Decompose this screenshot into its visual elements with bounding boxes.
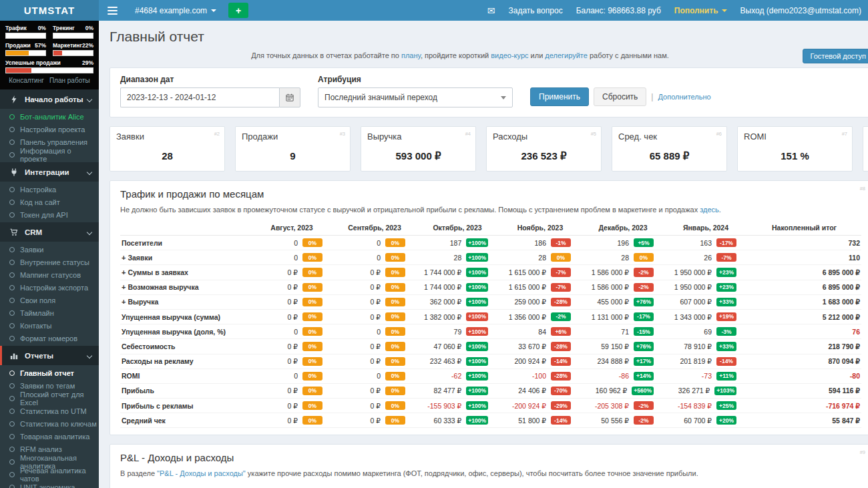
circle-bullet-icon — [9, 421, 15, 427]
sidebar-item[interactable]: Настройки экспорта — [0, 281, 99, 294]
expand-icon[interactable]: + — [122, 283, 126, 291]
change-badge: -28% — [551, 372, 571, 381]
change-badge: +100% — [466, 298, 488, 306]
metric-label-cell: Упущенная выручка (доля, %) — [120, 324, 250, 339]
gauge-bar — [53, 33, 93, 39]
consulting-link[interactable]: Консалтинг — [9, 77, 44, 84]
change-badge: +14% — [634, 372, 654, 381]
sidebar-item[interactable]: Контакты — [0, 319, 99, 332]
attribution-select[interactable]: Последний значимый переход — [318, 87, 513, 107]
consulting-link[interactable]: План работы — [49, 77, 90, 84]
kpi-card-ref: #7 — [842, 131, 847, 137]
month-column-header: Декабрь, 2023 — [582, 484, 664, 488]
sidebar-item[interactable]: Плоский отчет для Excel — [0, 392, 99, 405]
gauge-labels: Трекинг0% — [53, 25, 93, 31]
sidebar-section-3[interactable]: Отчеты — [0, 346, 99, 365]
change-badge: +103% — [714, 387, 736, 395]
ask-question-link[interactable]: Задать вопрос — [508, 6, 562, 15]
total-cell: 732 — [747, 236, 861, 250]
change-badge: 0% — [385, 312, 405, 321]
change-badge: 0% — [385, 298, 405, 306]
sidebar-item[interactable]: Информация о проекте — [0, 148, 99, 161]
calendar-icon[interactable] — [279, 87, 300, 107]
help-here-link[interactable]: здесь — [700, 206, 719, 214]
metric-label: Упущенная выручка (сумма) — [122, 313, 220, 321]
more-options-link[interactable]: Дополнительно — [658, 93, 710, 101]
sidebar-item-label: Внутренние статусы — [20, 258, 89, 266]
change-badge: -29% — [551, 401, 571, 410]
circle-bullet-icon — [9, 447, 15, 452]
value-cell: 607 000 ₽+33% — [664, 294, 747, 309]
circle-bullet-icon — [9, 114, 15, 119]
expand-icon[interactable]: + — [122, 268, 126, 276]
chevron-down-icon — [87, 96, 92, 101]
circle-bullet-icon — [9, 260, 15, 265]
month-column-header: Октябрь, 2023 — [416, 484, 499, 488]
cell-value: 0 ₽ — [288, 357, 298, 365]
gauge-fill — [6, 51, 29, 55]
table-header-row: Август, 2023Сентябрь, 2023Октябрь, 2023Н… — [120, 220, 861, 236]
sidebar-item[interactable]: Внутренние статусы — [0, 256, 99, 268]
logout-link[interactable]: Выход (demo2023@utmstat.com) — [740, 6, 861, 15]
sidebar-item[interactable]: Главный отчет — [0, 367, 99, 379]
sidebar-item[interactable]: Настройка — [0, 183, 99, 196]
date-range-input[interactable] — [120, 87, 279, 107]
kpi-card-value: 236 523 ₽ — [493, 150, 595, 162]
value-cell: 0 ₽0% — [333, 354, 416, 369]
pnl-settings-link[interactable]: "P&L - Доходы и расходы" — [157, 469, 246, 477]
sidebar-item[interactable]: Бот-аналитик Alice — [0, 110, 99, 123]
expand-icon[interactable]: + — [122, 254, 126, 262]
delegate-link[interactable]: делегируйте — [545, 51, 588, 59]
value-cell: -62+100% — [416, 369, 499, 383]
change-badge: -2% — [634, 268, 654, 276]
reset-button[interactable]: Сбросить — [594, 87, 646, 106]
sidebar-item[interactable]: Настройки проекта — [0, 123, 99, 136]
video-course-link[interactable]: видео-курс — [491, 51, 528, 59]
cell-value: 84 — [538, 328, 546, 336]
value-cell: 0 ₽0% — [250, 413, 333, 428]
sidebar-item[interactable]: Заявки — [0, 243, 99, 256]
total-cell: 6 895 000 ₽ — [747, 280, 861, 294]
sidebar-item[interactable]: Статистика по UTM — [0, 405, 99, 417]
chevron-down-icon — [87, 352, 92, 358]
sidebar-item[interactable]: Маппинг статусов — [0, 268, 99, 281]
topup-dropdown[interactable]: Пополнить — [674, 6, 727, 15]
table-header-row: Август, 2023Сентябрь, 2023Октябрь, 2023Н… — [120, 484, 861, 488]
sidebar-item[interactable]: Речевая аналитика чатов — [0, 468, 99, 481]
add-project-button[interactable]: + — [228, 3, 248, 18]
hamburger-menu-icon[interactable] — [99, 0, 126, 21]
sidebar-item[interactable]: Таймлайн — [0, 306, 99, 319]
chevron-down-icon — [87, 169, 92, 174]
sidebar-item[interactable]: Код на сайт — [0, 196, 99, 208]
sidebar-item[interactable]: Свои поля — [0, 294, 99, 306]
sidebar-section-2[interactable]: CRM — [0, 222, 99, 242]
value-cell: -155 903 ₽+100% — [416, 399, 499, 413]
change-badge: 0% — [385, 372, 405, 381]
project-selector[interactable]: #4684 example.com — [126, 0, 226, 21]
value-cell: 1 343 000 ₽+19% — [664, 309, 747, 324]
sidebar-section-1[interactable]: Интеграции — [0, 162, 99, 182]
notice-text: Для точных данных в отчетах работайте по… — [99, 51, 821, 59]
mail-icon[interactable]: ✉ — [487, 6, 495, 15]
sidebar-section-0[interactable]: Начало работы — [0, 89, 99, 109]
sidebar-item[interactable]: Товарная аналитика — [0, 430, 99, 443]
sidebar-item[interactable]: Токен для API — [0, 208, 99, 221]
plan-link[interactable]: плану — [401, 51, 421, 59]
pnl-table: Август, 2023Сентябрь, 2023Октябрь, 2023Н… — [120, 484, 861, 488]
cell-value: 50 556 ₽ — [601, 417, 629, 425]
sidebar-item[interactable]: Статистика по ключам — [0, 417, 99, 430]
value-cell: 84+6% — [499, 324, 582, 339]
cell-value: 455 000 ₽ — [597, 298, 629, 306]
change-badge: +76% — [634, 298, 654, 306]
guest-access-button[interactable]: Гостевой доступ — [803, 49, 868, 63]
metric-label: Заявки — [128, 254, 152, 262]
pnl-section-note: В разделе "P&L - Доходы и расходы" укажи… — [120, 469, 861, 477]
table-row: Прибыль0 ₽0%0 ₽0%82 477 ₽+100%24 406 ₽-7… — [120, 383, 861, 398]
sidebar-item[interactable]: Формат номеров — [0, 332, 99, 344]
circle-bullet-icon — [9, 272, 15, 278]
cell-value: 1 382 000 ₽ — [424, 313, 461, 321]
apply-button[interactable]: Применить — [530, 87, 589, 106]
expand-icon[interactable]: + — [122, 298, 126, 306]
balance-label[interactable]: Баланс: 968663.88 руб — [576, 6, 661, 15]
chevron-down-icon — [87, 229, 92, 234]
